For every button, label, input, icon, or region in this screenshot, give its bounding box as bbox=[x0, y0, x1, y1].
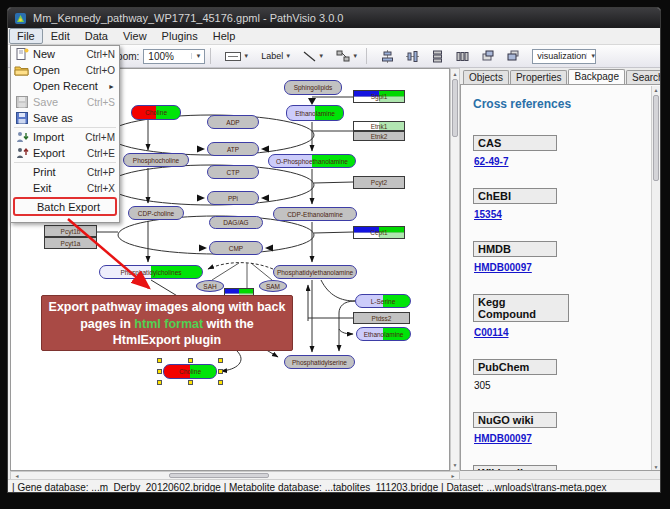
selection-handle[interactable] bbox=[188, 380, 193, 385]
bring-to-front-button[interactable] bbox=[478, 48, 497, 65]
file-menu-import[interactable]: ImportCtrl+M bbox=[11, 129, 119, 145]
stack-vertical-button[interactable] bbox=[428, 48, 447, 65]
scrollbar-thumb[interactable] bbox=[653, 95, 659, 181]
gene-box-pcyt2[interactable]: Pcyt2 bbox=[353, 176, 405, 189]
menu-file[interactable]: File bbox=[9, 28, 43, 44]
cross-reference-link[interactable]: 62-49-7 bbox=[474, 156, 661, 167]
chevron-down-icon[interactable]: ▼ bbox=[318, 53, 324, 59]
title-bar[interactable]: Mm_Kennedy_pathway_WP1771_45176.gpml - P… bbox=[8, 8, 660, 28]
cross-reference-link[interactable]: 15354 bbox=[474, 209, 661, 220]
scroll-down-icon[interactable]: ▼ bbox=[652, 464, 660, 470]
file-menu-new[interactable]: NewCtrl+N bbox=[11, 46, 119, 62]
annotation-line-2: pages in html format with the bbox=[42, 316, 292, 333]
selection-handle[interactable] bbox=[218, 358, 223, 363]
file-menu-open[interactable]: OpenCtrl+O bbox=[11, 62, 119, 78]
node-o-phosphoethanolamine[interactable]: O-Phosphoethanolamine bbox=[268, 154, 356, 168]
node-cdp-ethanolamine[interactable]: CDP-Ethanolamine bbox=[273, 207, 357, 221]
scroll-down-icon[interactable]: ▼ bbox=[451, 462, 459, 468]
backpage-section-nugo: NuGO wiki HMDB00097 bbox=[473, 412, 661, 444]
visualization-combobox[interactable]: visualization ▼ bbox=[532, 49, 596, 64]
cross-reference-link[interactable]: C00114 bbox=[474, 327, 661, 338]
section-header: PubChem bbox=[473, 359, 557, 375]
zoom-combobox[interactable]: 100% ▼ bbox=[143, 49, 205, 64]
chevron-down-icon[interactable]: ▼ bbox=[586, 53, 599, 59]
file-menu-save[interactable]: SaveCtrl+S bbox=[11, 94, 119, 110]
file-menu-save-as[interactable]: Save as bbox=[11, 110, 119, 126]
menu-help[interactable]: Help bbox=[206, 29, 243, 43]
bring-to-front-icon bbox=[481, 50, 494, 62]
node-choline-selected[interactable]: Choline bbox=[163, 364, 217, 379]
chevron-down-icon[interactable]: ▼ bbox=[285, 53, 291, 59]
gene-box-pcyt1b[interactable]: Pcyt1b bbox=[44, 225, 97, 237]
scrollbar-thumb[interactable] bbox=[169, 473, 269, 478]
selection-handle[interactable] bbox=[188, 358, 193, 363]
selection-handle[interactable] bbox=[157, 358, 162, 363]
gene-box-etnk2[interactable]: Etnk2 bbox=[353, 131, 405, 141]
node-sah[interactable]: SAH bbox=[196, 280, 224, 292]
node-phosphatidylcholines[interactable]: Phosphatidylcholines bbox=[99, 265, 203, 279]
label-tool-button[interactable]: Label ▼ bbox=[258, 48, 294, 65]
gene-product-tool-button[interactable]: ▼ bbox=[222, 48, 252, 65]
node-choline[interactable]: Choline bbox=[131, 105, 181, 120]
side-panel-tabs: Objects Properties Backpage Search Legen… bbox=[460, 68, 661, 85]
window-title: Mm_Kennedy_pathway_WP1771_45176.gpml - P… bbox=[33, 12, 343, 24]
chevron-down-icon[interactable]: ▼ bbox=[191, 53, 204, 59]
node-ppi[interactable]: PPi bbox=[207, 191, 259, 205]
gene-box-ptdss2[interactable]: Ptdss2 bbox=[353, 312, 410, 324]
node-phosphatidylethanolamine[interactable]: Phosphatidylethanolamine bbox=[273, 265, 357, 279]
selection-handle[interactable] bbox=[218, 369, 223, 374]
node-atp[interactable]: ATP bbox=[207, 142, 259, 156]
cross-reference-link[interactable]: HMDB00097 bbox=[474, 433, 661, 444]
gene-box-sgpl1[interactable]: Sgpl1 bbox=[353, 90, 405, 103]
menu-separator bbox=[14, 162, 116, 163]
node-l-serine[interactable]: L-Serine bbox=[355, 294, 411, 308]
tab-properties[interactable]: Properties bbox=[510, 70, 568, 85]
cross-reference-link[interactable]: HMDB00097 bbox=[474, 262, 661, 273]
selection-handle[interactable] bbox=[157, 380, 162, 385]
node-dag-ag[interactable]: DAG/AG bbox=[209, 216, 263, 229]
file-menu-open-recent[interactable]: Open Recent ► bbox=[11, 78, 119, 94]
gene-box-pcyt1a[interactable]: Pcyt1a bbox=[44, 237, 97, 249]
node-cdp-choline[interactable]: CDP-choline bbox=[128, 206, 184, 220]
node-adp[interactable]: ADP bbox=[207, 115, 259, 129]
chevron-down-icon[interactable]: ▼ bbox=[352, 53, 358, 59]
node-ctp[interactable]: CTP bbox=[207, 165, 259, 179]
node-phosphatidylserine[interactable]: Phosphatidylserine bbox=[284, 355, 355, 369]
section-header: NuGO wiki bbox=[473, 412, 557, 428]
selection-handle[interactable] bbox=[218, 380, 223, 385]
node-ethanolamine[interactable]: Ethanolamine bbox=[286, 105, 344, 121]
stack-horizontal-button[interactable] bbox=[453, 48, 472, 65]
gene-box-cept1[interactable]: Cept1 bbox=[353, 226, 405, 239]
node-sphingolipids[interactable]: Sphingolipids bbox=[284, 80, 342, 95]
scroll-up-icon[interactable]: ▲ bbox=[451, 71, 459, 77]
file-menu-batch-export[interactable]: Batch Export bbox=[15, 199, 115, 214]
gene-box-etnk1[interactable]: Etnk1 bbox=[353, 121, 405, 131]
scroll-up-icon[interactable]: ▲ bbox=[652, 87, 660, 93]
canvas-vertical-scrollbar[interactable]: ▲ ▼ bbox=[450, 68, 460, 471]
tab-objects[interactable]: Objects bbox=[463, 70, 509, 85]
chevron-down-icon[interactable]: ▼ bbox=[243, 53, 249, 59]
panel-scrollbar[interactable]: ▲ ▼ bbox=[651, 86, 660, 471]
menu-edit[interactable]: Edit bbox=[44, 29, 77, 43]
menu-plugins[interactable]: Plugins bbox=[155, 29, 205, 43]
file-menu-exit[interactable]: ExitCtrl+X bbox=[11, 180, 119, 196]
tab-backpage[interactable]: Backpage bbox=[568, 69, 624, 85]
shape-tool-button[interactable]: ▼ bbox=[333, 48, 361, 65]
node-phosphocholine[interactable]: Phosphocholine bbox=[123, 153, 189, 167]
align-center-x-button[interactable] bbox=[378, 48, 397, 65]
node-cmp[interactable]: CMP bbox=[209, 241, 263, 255]
save-icon bbox=[14, 96, 30, 108]
tab-search[interactable]: Search bbox=[626, 70, 661, 85]
node-sam[interactable]: SAM bbox=[259, 280, 287, 292]
scrollbar-thumb[interactable] bbox=[452, 79, 458, 137]
send-to-back-button[interactable] bbox=[503, 48, 522, 65]
line-tool-button[interactable]: ▼ bbox=[300, 48, 327, 65]
menu-view[interactable]: View bbox=[116, 29, 154, 43]
open-folder-icon bbox=[14, 64, 30, 76]
selection-handle[interactable] bbox=[157, 369, 162, 374]
file-menu-print[interactable]: PrintCtrl+P bbox=[11, 164, 119, 180]
align-center-y-button[interactable] bbox=[403, 48, 422, 65]
menu-data[interactable]: Data bbox=[78, 29, 115, 43]
node-ethanolamine-2[interactable]: Ethanolamine bbox=[356, 327, 411, 341]
file-menu-export[interactable]: ExportCtrl+E bbox=[11, 145, 119, 161]
